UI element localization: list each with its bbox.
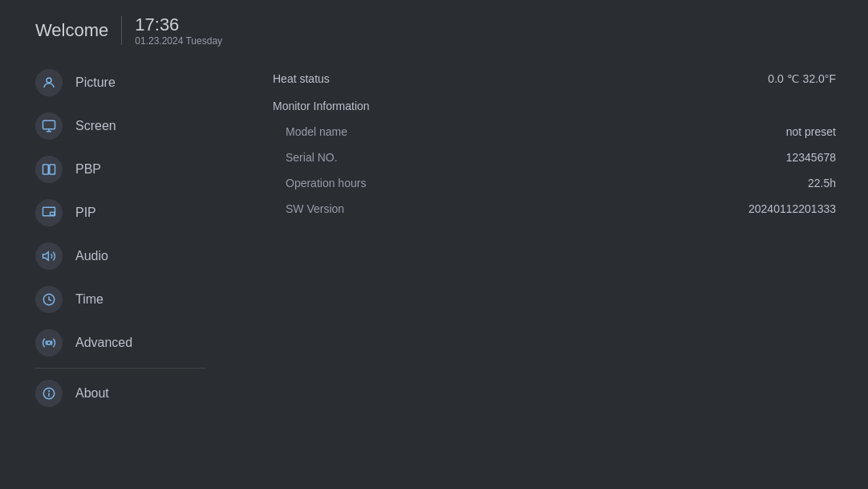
about-icon (35, 380, 63, 407)
main-content: Heat status 0.0 ℃ 32.0°F Monitor Informa… (241, 55, 868, 489)
header-time: 17:36 (135, 14, 222, 35)
svg-rect-4 (43, 165, 49, 174)
heat-status-value: 0.0 ℃ 32.0°F (768, 72, 836, 85)
sidebar-item-picture[interactable]: Picture (0, 61, 241, 104)
svg-point-10 (47, 341, 51, 345)
sidebar-item-audio[interactable]: Audio (0, 234, 241, 278)
serial-no-label: Serial NO. (273, 151, 338, 164)
sidebar-item-audio-label: Audio (75, 249, 108, 263)
operation-hours-row: Operation hours 22.5h (273, 170, 836, 196)
advanced-icon (35, 329, 63, 357)
header-divider (121, 16, 122, 45)
pip-icon (35, 199, 63, 226)
header-date: 01.23.2024 Tuesday (135, 35, 222, 47)
operation-hours-label: Operation hours (273, 177, 366, 189)
header: Welcome 17:36 01.23.2024 Tuesday (0, 0, 868, 55)
model-name-label: Model name (273, 125, 347, 138)
sidebar-item-screen-label: Screen (75, 119, 116, 133)
serial-no-row: Serial NO. 12345678 (273, 145, 836, 170)
sidebar-item-pbp[interactable]: PBP (0, 148, 241, 191)
info-section: Heat status 0.0 ℃ 32.0°F Monitor Informa… (273, 63, 836, 222)
sidebar-item-advanced-label: Advanced (75, 336, 132, 350)
heat-status-label: Heat status (273, 72, 330, 85)
sidebar-item-picture-label: Picture (75, 75, 116, 90)
sidebar: Picture Screen PBP (0, 55, 241, 489)
sidebar-item-time[interactable]: Time (0, 278, 241, 321)
svg-point-0 (47, 78, 51, 83)
welcome-title: Welcome (35, 20, 108, 41)
model-name-row: Model name not preset (273, 119, 836, 145)
sidebar-item-pip-label: PIP (75, 206, 96, 220)
sidebar-item-about-label: About (75, 386, 109, 401)
header-datetime: 17:36 01.23.2024 Tuesday (135, 14, 222, 47)
sw-version-row: SW Version 20240112201333 (273, 196, 836, 222)
sw-version-label: SW Version (273, 202, 344, 215)
svg-rect-7 (51, 213, 55, 216)
svg-marker-8 (43, 252, 49, 261)
picture-icon (35, 69, 63, 96)
heat-status-row: Heat status 0.0 ℃ 32.0°F (273, 66, 836, 92)
monitor-info-label: Monitor Information (273, 100, 370, 112)
sidebar-item-time-label: Time (75, 292, 103, 307)
sidebar-item-about[interactable]: About (0, 372, 241, 415)
sidebar-item-pbp-label: PBP (75, 162, 101, 177)
pbp-icon (35, 156, 63, 183)
monitor-info-header: Monitor Information (273, 92, 836, 119)
model-name-value: not preset (786, 125, 836, 138)
sidebar-divider (35, 368, 205, 369)
serial-no-value: 12345678 (786, 151, 836, 164)
sw-version-value: 20240112201333 (748, 202, 836, 215)
svg-rect-5 (50, 165, 55, 174)
operation-hours-value: 22.5h (808, 177, 836, 189)
sidebar-item-screen[interactable]: Screen (0, 104, 241, 148)
audio-icon (35, 242, 63, 270)
sidebar-item-pip[interactable]: PIP (0, 191, 241, 234)
screen-icon (35, 112, 63, 140)
sidebar-item-advanced[interactable]: Advanced (0, 321, 241, 365)
time-icon (35, 286, 63, 313)
svg-rect-1 (43, 121, 55, 130)
layout: Picture Screen PBP (0, 55, 868, 489)
